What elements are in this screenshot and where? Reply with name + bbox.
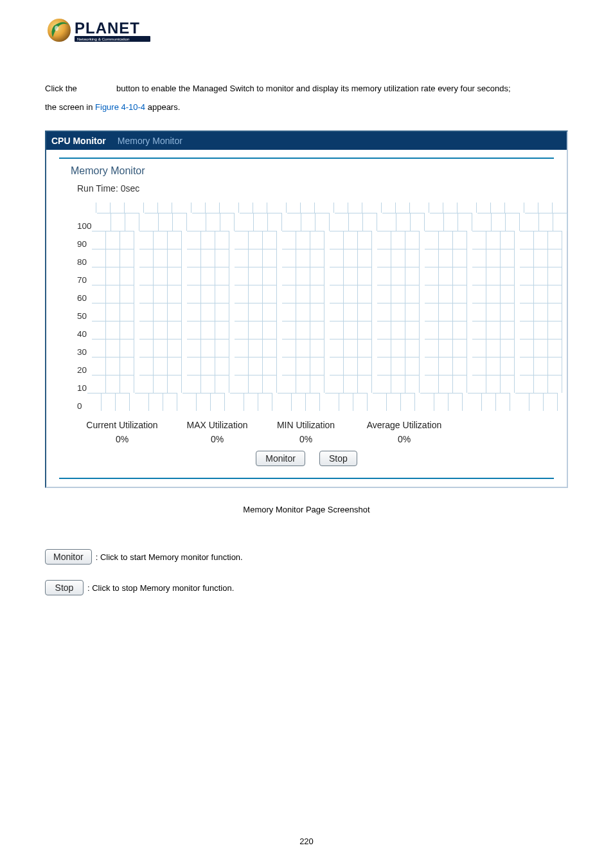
legend-block: Monitor : Click to start Memory monitor … (45, 549, 568, 595)
y-tick-label: 90 (77, 231, 92, 249)
y-tick-label: 60 (77, 285, 92, 303)
stat-max-value: 0% (179, 434, 256, 444)
stat-avg-value: 0% (356, 434, 452, 444)
stat-min-value: 0% (267, 434, 344, 444)
stop-button[interactable]: Stop (319, 451, 357, 466)
tab-cpu-monitor[interactable]: CPU Monitor (51, 136, 106, 146)
svg-text:Networking & Communication: Networking & Communication (77, 37, 130, 41)
memory-monitor-panel: Memory Monitor Run Time: 0sec 1009080706… (59, 158, 554, 479)
y-tick-label: 10 (77, 375, 92, 393)
y-tick-label: 50 (77, 303, 92, 321)
figure-link[interactable]: Figure 4-10-4 (95, 102, 145, 112)
stat-current-value: 0% (77, 434, 167, 444)
panel-title: Memory Monitor (71, 165, 542, 177)
stat-min-label: MIN Utilization (267, 420, 344, 430)
stat-current-label: Current Utilization (77, 420, 167, 430)
y-tick-label: 40 (77, 321, 92, 339)
tabs-bar: CPU Monitor Memory Monitor (46, 132, 567, 150)
legend-stop-button[interactable]: Stop (45, 580, 84, 595)
run-time-label: Run Time: 0sec (77, 183, 542, 194)
svg-point-1 (55, 26, 58, 31)
svg-text:PLANET: PLANET (75, 19, 140, 37)
screenshot-panel: CPU Monitor Memory Monitor Memory Monito… (45, 131, 568, 488)
svg-point-0 (48, 19, 71, 42)
legend-stop-text: : Click to stop Memory monitor function. (87, 583, 234, 593)
y-tick-label: 100 (77, 213, 97, 231)
intro-text-3: the screen in (45, 102, 95, 112)
intro-text-2: button to enable the Managed Switch to m… (116, 84, 511, 93)
intro-text-1: Click the (45, 84, 79, 93)
stat-max-label: MAX Utilization (179, 420, 256, 430)
intro-paragraph: Click the button to enable the Managed S… (45, 80, 568, 116)
legend-monitor-button[interactable]: Monitor (45, 549, 92, 565)
y-tick-label: 20 (77, 357, 92, 375)
stat-avg-label: Average Utilization (356, 420, 452, 430)
intro-text-4: appears. (148, 102, 181, 112)
button-row: Monitor Stop (71, 451, 542, 466)
brand-logo: PLANET Networking & Communication (45, 15, 568, 45)
page-number: 220 (0, 836, 613, 846)
utilization-chart: 1009080706050403020100 (77, 203, 542, 411)
y-tick-label: 70 (77, 267, 92, 285)
y-tick-label: 30 (77, 339, 92, 357)
figure-caption: Memory Monitor Page Screenshot (45, 505, 568, 514)
y-tick-label: 0 (77, 393, 87, 411)
y-tick-label: 80 (77, 249, 92, 267)
legend-monitor-text: : Click to start Memory monitor function… (96, 552, 243, 562)
tab-memory-monitor[interactable]: Memory Monitor (118, 136, 182, 146)
monitor-button[interactable]: Monitor (256, 451, 305, 466)
stats-row: Current Utilization 0% MAX Utilization 0… (77, 420, 542, 444)
